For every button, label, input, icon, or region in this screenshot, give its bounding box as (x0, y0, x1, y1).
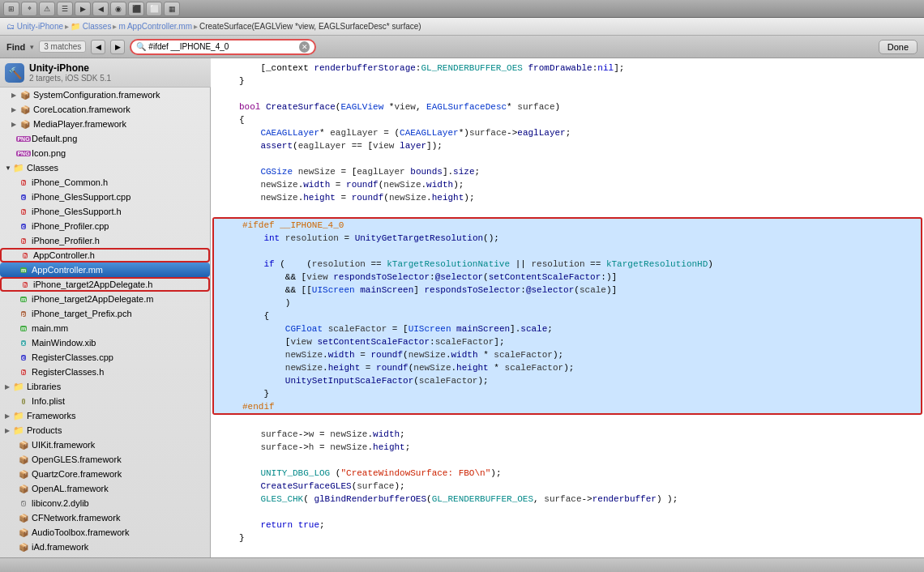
sidebar-item-glessupport-h[interactable]: h iPhone_GlesSupport.h (0, 204, 210, 219)
project-subtitle: 2 targets, iOS SDK 5.1 (29, 74, 111, 83)
code-line-29: surface->w = newSize.width; (211, 428, 924, 441)
breadcrumb-unity[interactable]: 🗂 Unity-iPhone (6, 22, 63, 31)
breadcrumb-file[interactable]: m AppController.mm (118, 22, 192, 31)
project-title: Unity-iPhone (29, 62, 111, 74)
code-line-31 (211, 454, 924, 467)
sidebar-item-openal[interactable]: 📦 OpenAL.framework (0, 481, 210, 496)
code-line-32: UNITY_DBG_LOG ("CreateWindowSurface: FBO… (211, 467, 924, 480)
code-editor[interactable]: [_context renderbufferStorage:GL_RENDERB… (211, 58, 924, 557)
sidebar-item-classes[interactable]: ▼ 📁 Classes (0, 160, 210, 175)
sidebar-item-registerclasses-h[interactable]: h RegisterClasses.h (0, 365, 210, 379)
code-line-26: } (214, 387, 921, 400)
sidebar-item-icon-png[interactable]: PNG Icon.png (0, 146, 210, 160)
sidebar-item-infoplist[interactable]: i Info.plist (0, 394, 210, 408)
sidebar-item-cfnetwork[interactable]: 📦 CFNetwork.framework (0, 510, 210, 525)
sidebar-item-main-mm[interactable]: m main.mm (0, 321, 210, 335)
toolbar-icon-3[interactable]: ⚠ (39, 2, 55, 16)
match-count: 3 matches (39, 41, 86, 53)
code-line-23: newSize.width = roundf(newSize.width * s… (214, 348, 921, 361)
sidebar-item-libiconv[interactable]: d libiconv.2.dylib (0, 496, 210, 510)
find-next-button[interactable]: ▶ (110, 40, 125, 54)
sidebar-item-profiler-cpp[interactable]: c iPhone_Profiler.cpp (0, 219, 210, 233)
code-line-20: { (214, 309, 921, 322)
code-line-7: assert(eaglLayer == [view layer]); (211, 139, 924, 152)
toolbar-icon-2[interactable]: ⌖ (21, 2, 37, 16)
top-toolbar: ⊞ ⌖ ⚠ ☰ ▶ ◀ ◉ ⬛ ⬜ ▦ (0, 0, 924, 18)
code-line-17: && [view respondsToSelector:@selector(se… (214, 271, 921, 284)
search-icon: 🔍 (136, 42, 146, 51)
code-line-9: CGSize newSize = [eaglLayer bounds].size… (211, 165, 924, 178)
code-line-18: && [[UIScreen mainScreen] respondsToSele… (214, 284, 921, 297)
toolbar-icon-1[interactable]: ⊞ (3, 2, 19, 16)
find-dropdown-icon[interactable]: ▾ (30, 43, 34, 51)
toolbar-icon-9[interactable]: ⬜ (146, 2, 162, 16)
sidebar-item-frameworks[interactable]: ▶ 📁 Frameworks (0, 408, 210, 423)
code-line-27: #endif (214, 400, 921, 413)
sidebar-item-profiler-h[interactable]: h iPhone_Profiler.h (0, 233, 210, 248)
code-line-37: } (211, 531, 924, 544)
sidebar-item-prefix-pch[interactable]: p iPhone_target_Prefix.pch (0, 306, 210, 321)
find-done-button[interactable]: Done (879, 40, 918, 54)
toolbar-icon-5[interactable]: ▶ (75, 2, 91, 16)
breadcrumb-func[interactable]: CreateSurface(EAGLView *view, EAGLSurfac… (199, 22, 421, 31)
sidebar-item-quartzcore[interactable]: 📦 QuartzCore.framework (0, 467, 210, 481)
sidebar-item-systemconfig[interactable]: ▶ 📦 SystemConfiguration.framework (0, 88, 210, 102)
code-line-28 (211, 415, 924, 428)
find-label: Find (6, 42, 25, 52)
sidebar-item-mediaplayer[interactable]: ▶ 📦 MediaPlayer.framework (0, 117, 210, 131)
sidebar-item-registerclasses-cpp[interactable]: c RegisterClasses.cpp (0, 350, 210, 365)
project-header: 🔨 Unity-iPhone 2 targets, iOS SDK 5.1 (0, 58, 211, 88)
code-line-12 (211, 204, 924, 217)
sidebar-item-uikit[interactable]: 📦 UIKit.framework (0, 438, 210, 452)
code-line-35 (211, 506, 924, 519)
code-line-8 (211, 152, 924, 165)
sidebar-item-mainwindow-xib[interactable]: x MainWindow.xib (0, 335, 210, 350)
find-clear-button[interactable]: ✕ (299, 41, 310, 53)
sidebar-item-iphone-common-h[interactable]: h iPhone_Common.h (0, 175, 210, 190)
code-line-36: return true; (211, 519, 924, 531)
ifdef-block: #ifdef __IPHONE_4_0 int resolution = Uni… (212, 217, 922, 415)
sidebar: 🔨 Unity-iPhone 2 targets, iOS SDK 5.1 ▶ … (0, 58, 211, 557)
code-line-15 (214, 245, 921, 258)
sidebar-item-opengles[interactable]: 📦 OpenGLES.framework (0, 452, 210, 467)
sidebar-item-target2delegate-h[interactable]: h iPhone_target2AppDelegate.h (0, 277, 210, 292)
toolbar-icon-6[interactable]: ◀ (92, 2, 109, 16)
sidebar-item-appcontroller-h[interactable]: h AppController.h (0, 248, 210, 263)
sidebar-item-corelocation[interactable]: ▶ 📦 CoreLocation.framework (0, 102, 210, 117)
sidebar-item-audiotoolbox[interactable]: 📦 AudioToolbox.framework (0, 525, 210, 540)
find-input[interactable] (148, 42, 298, 51)
toolbar-icon-4[interactable]: ☰ (57, 2, 73, 16)
sidebar-item-target2delegate-m[interactable]: m iPhone_target2AppDelegate.m (0, 292, 210, 306)
code-line-25: UnitySetInputScaleFactor(scaleFactor); (214, 374, 921, 387)
sidebar-item-appcontroller-mm[interactable]: m AppController.mm (0, 263, 210, 277)
toolbar-icon-10[interactable]: ▦ (164, 2, 180, 16)
find-prev-button[interactable]: ◀ (91, 40, 105, 54)
code-line-11: newSize.height = roundf(newSize.height); (211, 191, 924, 204)
file-tree: ▶ 📦 SystemConfiguration.framework ▶ 📦 Co… (0, 88, 211, 557)
code-line-6: CAEAGLLayer* eaglLayer = (CAEAGLLayer*)s… (211, 126, 924, 139)
breadcrumb-classes[interactable]: 📁 Classes (71, 22, 111, 31)
code-line-1: [_context renderbufferStorage:GL_RENDERB… (211, 62, 924, 75)
project-icon: 🔨 (5, 63, 24, 83)
code-line-21: CGFloat scaleFactor = [UIScreen mainScre… (214, 322, 921, 335)
code-line-19: ) (214, 297, 921, 309)
status-bar (0, 557, 924, 572)
code-line-3 (211, 88, 924, 100)
sidebar-item-products[interactable]: ▶ 📁 Products (0, 423, 210, 438)
sidebar-item-coremedia[interactable]: 📦 CoreMedia.framework (0, 554, 210, 557)
code-line-13: #ifdef __IPHONE_4_0 (214, 219, 921, 232)
toolbar-icon-8[interactable]: ⬛ (128, 2, 144, 16)
sidebar-item-default-png[interactable]: PNG Default.png (0, 131, 210, 146)
code-line-2: } (211, 75, 924, 88)
code-line-22: [view setContentScaleFactor:scaleFactor]… (214, 335, 921, 348)
code-line-38 (211, 544, 924, 557)
sidebar-item-glessupport-cpp[interactable]: c iPhone_GlesSupport.cpp (0, 190, 210, 204)
find-bar: Find ▾ 3 matches ◀ ▶ 🔍 ✕ Done (0, 36, 924, 58)
breadcrumb: 🗂 Unity-iPhone ▸ 📁 Classes ▸ m AppContro… (0, 18, 924, 36)
sidebar-item-libraries[interactable]: ▶ 📁 Libraries (0, 379, 210, 394)
code-line-14: int resolution = UnityGetTargetResolutio… (214, 232, 921, 245)
toolbar-icon-7[interactable]: ◉ (110, 2, 126, 16)
code-line-4: bool CreateSurface(EAGLView *view, EAGLS… (211, 100, 924, 113)
sidebar-item-iad[interactable]: 📦 iAd.framework (0, 540, 210, 554)
code-line-10: newSize.width = roundf(newSize.width); (211, 178, 924, 191)
